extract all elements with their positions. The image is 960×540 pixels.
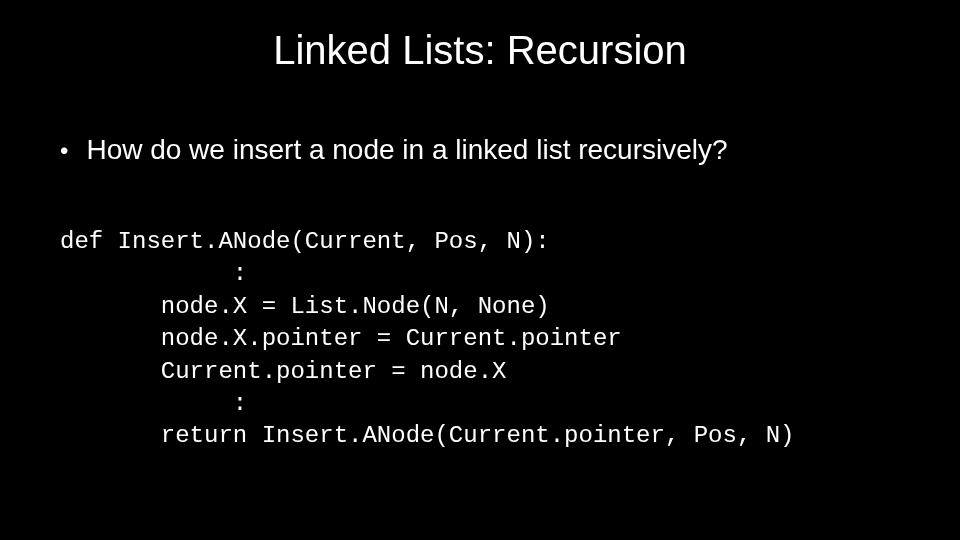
code-line: def Insert.ANode(Current, Pos, N): bbox=[60, 228, 550, 255]
bullet-text: How do we insert a node in a linked list… bbox=[86, 133, 727, 167]
slide-title: Linked Lists: Recursion bbox=[0, 28, 960, 73]
code-line: Current.pointer = node.X bbox=[60, 358, 506, 385]
code-line: : bbox=[60, 260, 247, 287]
bullet-dot-icon: • bbox=[60, 133, 68, 166]
code-line: node.X = List.Node(N, None) bbox=[60, 293, 550, 320]
bullet-item: • How do we insert a node in a linked li… bbox=[60, 133, 728, 167]
code-line: node.X.pointer = Current.pointer bbox=[60, 325, 622, 352]
code-line: : bbox=[60, 390, 247, 417]
slide: Linked Lists: Recursion • How do we inse… bbox=[0, 0, 960, 540]
code-block: def Insert.ANode(Current, Pos, N): : nod… bbox=[60, 226, 795, 453]
code-line: return Insert.ANode(Current.pointer, Pos… bbox=[60, 422, 795, 449]
